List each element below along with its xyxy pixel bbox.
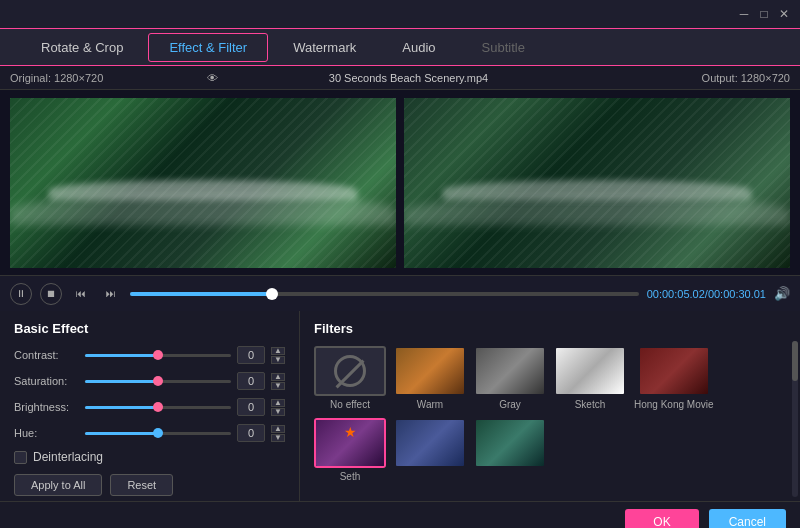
title-bar: ─ □ ✕ xyxy=(0,0,800,28)
filter-hongkong[interactable]: Hong Kong Movie xyxy=(634,346,714,410)
tab-watermark[interactable]: Watermark xyxy=(272,33,377,62)
eye-icon[interactable]: 👁 xyxy=(207,72,218,84)
video-filename: 30 Seconds Beach Scenery.mp4 xyxy=(218,72,600,84)
saturation-row: Saturation: 0 ▲ ▼ xyxy=(14,372,285,390)
filter-no-effect-label: No effect xyxy=(330,399,370,410)
hue-up[interactable]: ▲ xyxy=(271,425,285,433)
contrast-down[interactable]: ▼ xyxy=(271,356,285,364)
apply-to-all-button[interactable]: Apply to All xyxy=(14,474,102,496)
reset-button[interactable]: Reset xyxy=(110,474,173,496)
minimize-button[interactable]: ─ xyxy=(736,6,752,22)
prev-button[interactable]: ⏮ xyxy=(70,283,92,305)
action-buttons: Apply to All Reset xyxy=(14,474,285,496)
filter-gray[interactable]: Gray xyxy=(474,346,546,410)
stop-button[interactable]: ⏹ xyxy=(40,283,62,305)
filter-gray-thumb xyxy=(474,346,546,396)
filter-row2c[interactable] xyxy=(474,418,546,482)
filter-no-effect[interactable]: No effect xyxy=(314,346,386,410)
saturation-value: 0 xyxy=(237,372,265,390)
filter-warm-label: Warm xyxy=(417,399,443,410)
brightness-value: 0 xyxy=(237,398,265,416)
filter-row2c-thumb xyxy=(474,418,546,468)
brightness-up[interactable]: ▲ xyxy=(271,399,285,407)
no-effect-thumb xyxy=(314,346,386,396)
tab-audio[interactable]: Audio xyxy=(381,33,456,62)
output-preview xyxy=(404,98,790,268)
star-icon: ★ xyxy=(344,424,357,440)
saturation-stepper[interactable]: ▲ ▼ xyxy=(271,373,285,390)
filter-sketch[interactable]: Sketch xyxy=(554,346,626,410)
progress-fill xyxy=(130,292,272,296)
filter-hongkong-label: Hong Kong Movie xyxy=(634,399,714,410)
bottom-panel: Basic Effect Contrast: 0 ▲ ▼ Saturation:… xyxy=(0,311,800,501)
volume-icon[interactable]: 🔊 xyxy=(774,286,790,301)
filter-warm[interactable]: Warm xyxy=(394,346,466,410)
brightness-stepper[interactable]: ▲ ▼ xyxy=(271,399,285,416)
maximize-button[interactable]: □ xyxy=(756,6,772,22)
tab-bar: Rotate & Crop Effect & Filter Watermark … xyxy=(0,28,800,66)
hue-value: 0 xyxy=(237,424,265,442)
no-effect-line xyxy=(336,360,365,389)
saturation-up[interactable]: ▲ xyxy=(271,373,285,381)
bottom-action-bar: OK Cancel xyxy=(0,501,800,528)
saturation-down[interactable]: ▼ xyxy=(271,382,285,390)
contrast-slider[interactable] xyxy=(85,354,231,357)
tab-rotate-crop[interactable]: Rotate & Crop xyxy=(20,33,144,62)
pause-button[interactable]: ⏸ xyxy=(10,283,32,305)
filter-scrollbar[interactable] xyxy=(792,341,798,497)
filter-warm-thumb xyxy=(394,346,466,396)
filter-hongkong-thumb xyxy=(638,346,710,396)
preview-section xyxy=(0,90,800,275)
brightness-row: Brightness: 0 ▲ ▼ xyxy=(14,398,285,416)
hue-stepper[interactable]: ▲ ▼ xyxy=(271,425,285,442)
cancel-button[interactable]: Cancel xyxy=(709,509,786,529)
deinterlacing-row: Deinterlacing xyxy=(14,450,285,464)
hue-slider[interactable] xyxy=(85,432,231,435)
filter-sketch-thumb xyxy=(554,346,626,396)
filters-title: Filters xyxy=(314,321,786,336)
close-button[interactable]: ✕ xyxy=(776,6,792,22)
output-resolution: Output: 1280×720 xyxy=(599,72,790,84)
deinterlacing-checkbox[interactable] xyxy=(14,451,27,464)
brightness-down[interactable]: ▼ xyxy=(271,408,285,416)
deinterlacing-label: Deinterlacing xyxy=(33,450,103,464)
filter-seth[interactable]: ★ Seth xyxy=(314,418,386,482)
contrast-up[interactable]: ▲ xyxy=(271,347,285,355)
filter-row2b-thumb xyxy=(394,418,466,468)
playback-bar: ⏸ ⏹ ⏮ ⏭ 00:00:05.02/00:00:30.01 🔊 xyxy=(0,275,800,311)
filter-seth-thumb: ★ xyxy=(314,418,386,468)
no-effect-circle xyxy=(334,355,366,387)
contrast-label: Contrast: xyxy=(14,349,79,361)
saturation-label: Saturation: xyxy=(14,375,79,387)
contrast-row: Contrast: 0 ▲ ▼ xyxy=(14,346,285,364)
brightness-label: Brightness: xyxy=(14,401,79,413)
saturation-slider[interactable] xyxy=(85,380,231,383)
filter-seth-label: Seth xyxy=(340,471,361,482)
video-info-bar: Original: 1280×720 👁 30 Seconds Beach Sc… xyxy=(0,66,800,90)
progress-bar[interactable] xyxy=(130,292,639,296)
hue-down[interactable]: ▼ xyxy=(271,434,285,442)
filters-grid: No effect Warm Gray Ske xyxy=(314,346,786,482)
effect-panel: Basic Effect Contrast: 0 ▲ ▼ Saturation:… xyxy=(0,311,300,501)
brightness-slider[interactable] xyxy=(85,406,231,409)
next-button[interactable]: ⏭ xyxy=(100,283,122,305)
current-time: 00:00:05.02/00:00:30.01 xyxy=(647,288,766,300)
filter-sketch-label: Sketch xyxy=(575,399,606,410)
contrast-value: 0 xyxy=(237,346,265,364)
hue-row: Hue: 0 ▲ ▼ xyxy=(14,424,285,442)
contrast-stepper[interactable]: ▲ ▼ xyxy=(271,347,285,364)
filter-scrollbar-thumb[interactable] xyxy=(792,341,798,381)
effect-title: Basic Effect xyxy=(14,321,285,336)
hue-label: Hue: xyxy=(14,427,79,439)
ok-button[interactable]: OK xyxy=(625,509,698,529)
filters-panel: Filters No effect Warm xyxy=(300,311,800,501)
original-preview xyxy=(10,98,396,268)
filter-gray-label: Gray xyxy=(499,399,521,410)
progress-thumb[interactable] xyxy=(266,288,278,300)
tab-subtitle: Subtitle xyxy=(461,33,546,62)
tab-effect-filter[interactable]: Effect & Filter xyxy=(148,33,268,62)
original-resolution: Original: 1280×720 xyxy=(10,72,201,84)
filter-row2b[interactable] xyxy=(394,418,466,482)
